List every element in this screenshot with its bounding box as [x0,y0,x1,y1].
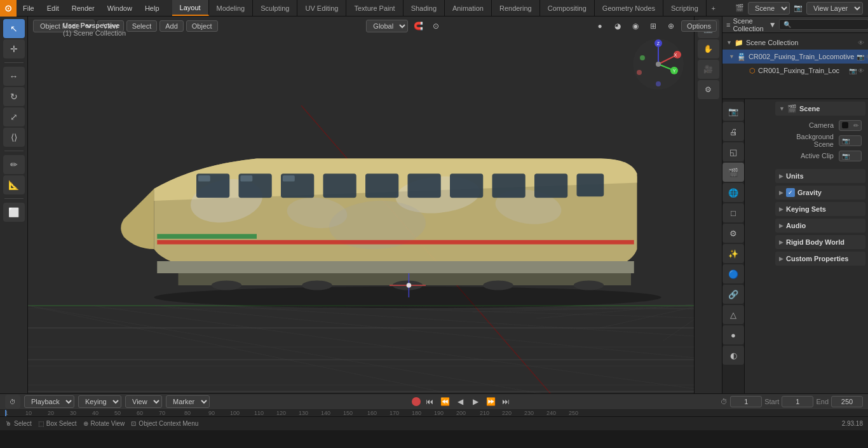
svg-point-67 [656,81,661,86]
timeline-mode-icon[interactable]: ⏱ [5,395,20,409]
viewport-navigation-gizmo[interactable]: X Y Z [630,36,687,93]
grab-pan-icon[interactable]: ✋ [698,39,719,58]
tab-object-properties[interactable]: □ [722,203,744,222]
visibility-eye-icon[interactable]: 👁 [858,39,864,46]
select-menu[interactable]: Select [126,20,158,32]
viewport-3d[interactable]: Object Mode View Select Add Object Globa… [28,17,722,393]
outliner-item-cr001[interactable]: ⬡ CR001_Fuxing_Train_Loc 📷 👁 [722,64,868,78]
expand-arrow-scene: ▼ [726,39,732,46]
custom-props-header[interactable]: ▶ Custom Properties [775,252,865,266]
tab-rendering[interactable]: Rendering [492,0,540,16]
transform-orientation[interactable]: Global [366,20,408,32]
options-button[interactable]: Options [681,20,717,32]
viewport-overlay[interactable]: ⊞ [646,18,661,34]
menu-edit[interactable]: Edit [41,0,65,16]
tab-shading[interactable]: ◐ [722,346,744,365]
toolbar-measure[interactable]: 📐 [3,175,25,194]
toolbar-move[interactable]: ↔ [3,67,25,86]
view-layer-select[interactable]: View Layer [806,2,863,15]
jump-to-start-button[interactable]: ⏮ [423,395,436,408]
gravity-checkbox[interactable]: ✓ [786,188,795,197]
toolbar-scale[interactable]: ⤢ [3,107,25,126]
viewport-shading-solid[interactable]: ● [592,18,607,34]
menu-render[interactable]: Render [65,0,101,16]
restrict-viewport-icon[interactable]: 👁 [865,53,868,60]
camera-edit-icon[interactable]: ✏ [853,122,858,129]
tab-scripting[interactable]: Scripting [663,0,707,16]
toolbar-rotate[interactable]: ↻ [3,87,25,106]
camera-track-icon[interactable]: 🎥 [698,60,719,79]
tab-scene-properties[interactable]: 🎬 [722,163,744,182]
outliner-filter-icon[interactable]: ▼ [769,19,776,31]
rigid-body-header[interactable]: ▶ Rigid Body World [775,235,865,249]
tab-output-properties[interactable]: 🖨 [722,122,744,141]
tab-world[interactable]: 🌐 [722,183,744,202]
menu-file[interactable]: File [17,0,41,16]
tab-modeling[interactable]: Modeling [209,0,254,16]
play-button[interactable]: ▶ [469,395,482,408]
restrict-render-icon-2[interactable]: 📷 [849,67,857,74]
step-back-button[interactable]: ⏪ [438,395,451,408]
play-reverse-button[interactable]: ◀ [454,395,466,408]
toolbar-select[interactable]: ↖ [3,19,25,38]
menu-help[interactable]: Help [139,0,166,16]
tab-layout[interactable]: Layout [172,0,209,16]
toolbar-cursor[interactable]: ✛ [3,39,25,58]
tab-uv-editing[interactable]: UV Editing [297,0,346,16]
outliner-item-scene-collection[interactable]: ▼ 📁 Scene Collection 👁 [722,36,868,50]
record-button[interactable] [412,397,421,406]
marker-dropdown[interactable]: Marker [166,395,210,408]
tab-render-properties[interactable]: 📷 [722,102,744,121]
scene-select[interactable]: Scene [748,2,790,15]
keying-dropdown[interactable]: Keying [78,395,121,408]
outliner-item-cr002[interactable]: ▼ 🚆 CR002_Fuxing_Train_Locomotive 📷 👁 [722,50,868,64]
frame-numbers-bar[interactable]: 1 10 20 30 40 50 60 70 80 90 100 110 120… [0,410,868,416]
outliner-search-input[interactable] [779,19,868,30]
restrict-viewport-icon-2[interactable]: 👁 [858,67,864,74]
tab-view-layer[interactable]: ◱ [722,142,744,161]
tab-animation[interactable]: Animation [445,0,492,16]
scene-section-header[interactable]: ▼ 🎬 Scene [775,102,865,116]
tab-modifier[interactable]: ⚙ [722,224,744,243]
background-scene-value[interactable]: 📷 [839,135,862,146]
tab-sculpting[interactable]: Sculpting [253,0,297,16]
keying-sets-header[interactable]: ▶ Keying Sets [775,202,865,216]
tab-constraints[interactable]: 🔗 [722,285,744,304]
playback-dropdown[interactable]: Playback [24,395,74,408]
camera-value[interactable]: ✏ [839,120,862,131]
viewport-shading-rendered[interactable]: ◉ [628,18,643,34]
viewport-gizmo[interactable]: ⊕ [663,18,679,34]
tab-texture-paint[interactable]: Texture Paint [346,0,403,16]
view-dropdown[interactable]: View [125,395,162,408]
tab-compositing[interactable]: Compositing [540,0,595,16]
toolbar-annotate[interactable]: ✏ [3,155,25,174]
active-clip-value[interactable]: 📷 [839,151,862,161]
restrict-render-icon[interactable]: 📷 [857,53,864,60]
audio-section-header[interactable]: ▶ Audio [775,219,865,233]
jump-to-end-button[interactable]: ⏭ [499,395,512,408]
viewport-shading-material[interactable]: ◕ [610,18,625,34]
toolbar-transform[interactable]: ⟨⟩ [3,128,25,147]
tab-geometry-nodes[interactable]: Geometry Nodes [595,0,663,16]
render-settings-icon[interactable]: ⚙ [698,80,719,99]
object-menu[interactable]: Object [186,20,218,32]
snap-icon[interactable]: 🧲 [410,18,426,34]
add-workspace-button[interactable]: + [707,1,721,15]
units-section-header[interactable]: ▶ Units [775,169,865,183]
gravity-section-header[interactable]: ▶ ✓ Gravity [775,186,865,200]
tab-data[interactable]: △ [722,305,744,324]
step-forward-button[interactable]: ⏩ [484,395,497,408]
start-frame-input[interactable]: 1 [782,396,813,407]
tab-shading[interactable]: Shading [403,0,445,16]
toolbar-divider-2 [4,151,24,151]
tab-particles[interactable]: ✨ [722,244,744,263]
current-frame-input[interactable]: 1 [730,396,762,407]
gravity-title: Gravity [797,189,822,196]
menu-window[interactable]: Window [101,0,139,16]
tab-physics[interactable]: 🔵 [722,264,744,283]
end-frame-input[interactable]: 250 [831,396,863,407]
tab-material[interactable]: ● [722,325,744,344]
add-menu[interactable]: Add [159,20,184,32]
toolbar-add-cube[interactable]: ⬜ [3,203,25,222]
proportional-edit-icon[interactable]: ⊙ [428,18,444,34]
